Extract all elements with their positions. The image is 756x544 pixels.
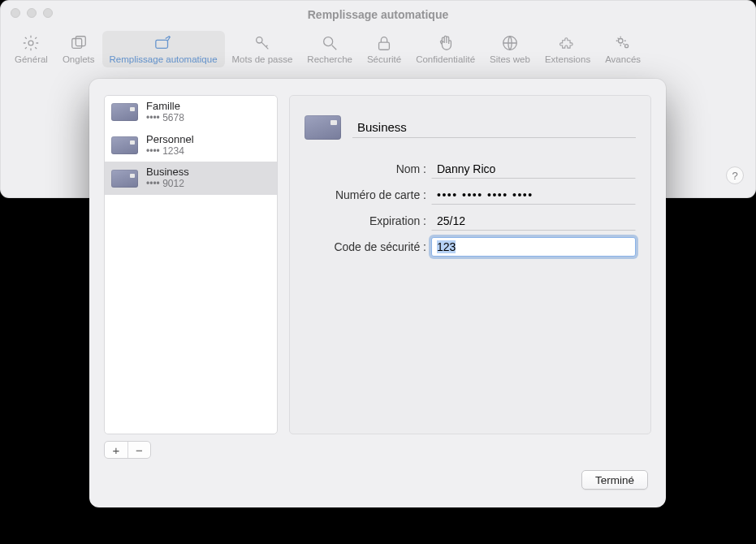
toolbar-label: Recherche bbox=[307, 54, 352, 64]
svg-rect-6 bbox=[379, 42, 390, 50]
card-name: Business bbox=[146, 166, 189, 179]
gears-icon bbox=[614, 34, 632, 52]
card-number-field[interactable] bbox=[431, 185, 636, 205]
credit-card-icon bbox=[111, 103, 138, 121]
toolbar-item-extensions[interactable]: Extensions bbox=[538, 31, 598, 67]
expiration-label: Expiration : bbox=[305, 214, 431, 227]
gear-icon bbox=[22, 34, 40, 52]
toolbar-item-websites[interactable]: Sites web bbox=[482, 31, 538, 67]
svg-rect-1 bbox=[71, 38, 81, 48]
toolbar-label: Remplissage automatique bbox=[110, 54, 218, 64]
security-code-field[interactable] bbox=[431, 237, 636, 257]
card-name: Famille bbox=[146, 101, 184, 113]
credit-card-icon bbox=[111, 170, 138, 188]
preferences-toolbar: Général Onglets Remplissage automatique … bbox=[1, 27, 755, 71]
toolbar-label: Confidentialité bbox=[416, 54, 475, 64]
svg-rect-3 bbox=[156, 40, 168, 48]
toolbar-item-passwords[interactable]: Mots de passe bbox=[225, 31, 300, 67]
toolbar-item-search[interactable]: Recherche bbox=[300, 31, 360, 67]
toolbar-item-privacy[interactable]: Confidentialité bbox=[408, 31, 482, 67]
svg-point-5 bbox=[324, 37, 333, 45]
svg-point-0 bbox=[29, 41, 34, 45]
card-list-item[interactable]: Personnel •••• 1234 bbox=[105, 129, 277, 162]
toolbar-label: Sécurité bbox=[367, 54, 401, 64]
security-code-label: Code de sécurité : bbox=[305, 240, 431, 253]
key-icon bbox=[253, 34, 271, 52]
card-description-field[interactable] bbox=[352, 117, 636, 138]
toolbar-item-autofill[interactable]: Remplissage automatique bbox=[102, 31, 225, 67]
card-detail-pane: Nom : Numéro de carte : Expiration : Cod… bbox=[289, 95, 651, 434]
card-last-digits: •••• 5678 bbox=[146, 113, 184, 124]
expiration-field[interactable] bbox=[431, 211, 636, 231]
search-icon bbox=[321, 34, 339, 52]
toolbar-item-general[interactable]: Général bbox=[7, 31, 55, 67]
svg-point-9 bbox=[625, 44, 629, 47]
toolbar-label: Onglets bbox=[63, 54, 95, 64]
tabs-icon bbox=[70, 34, 88, 52]
toolbar-item-security[interactable]: Sécurité bbox=[360, 31, 408, 67]
card-number-label: Numéro de carte : bbox=[305, 188, 431, 201]
toolbar-item-advanced[interactable]: Avancés bbox=[598, 31, 648, 67]
card-last-digits: •••• 1234 bbox=[146, 146, 194, 158]
puzzle-icon bbox=[559, 34, 577, 52]
window-title: Remplissage automatique bbox=[1, 8, 755, 21]
cardholder-name-field[interactable] bbox=[431, 159, 636, 179]
svg-point-4 bbox=[257, 37, 262, 42]
add-remove-control: + − bbox=[104, 441, 151, 459]
toolbar-label: Avancés bbox=[605, 54, 641, 64]
svg-rect-2 bbox=[76, 36, 85, 45]
svg-point-8 bbox=[619, 38, 624, 43]
toolbar-label: Sites web bbox=[490, 54, 530, 64]
add-card-button[interactable]: + bbox=[105, 442, 127, 458]
toolbar-item-tabs[interactable]: Onglets bbox=[55, 31, 102, 67]
autofill-cards-sheet: Famille •••• 5678 Personnel •••• 1234 Bu… bbox=[89, 79, 666, 507]
done-button[interactable]: Terminé bbox=[581, 470, 648, 490]
help-button[interactable]: ? bbox=[726, 166, 744, 184]
toolbar-label: Général bbox=[15, 54, 48, 64]
credit-card-list[interactable]: Famille •••• 5678 Personnel •••• 1234 Bu… bbox=[104, 95, 278, 434]
credit-card-icon bbox=[111, 136, 138, 154]
credit-card-icon bbox=[305, 115, 341, 140]
card-name: Personnel bbox=[146, 134, 194, 146]
lock-icon bbox=[375, 34, 393, 52]
toolbar-label: Mots de passe bbox=[232, 54, 293, 64]
card-list-item[interactable]: Business •••• 9012 bbox=[105, 162, 277, 195]
hand-icon bbox=[437, 34, 455, 52]
card-list-item[interactable]: Famille •••• 5678 bbox=[105, 96, 277, 129]
globe-icon bbox=[501, 34, 519, 52]
card-last-digits: •••• 9012 bbox=[146, 179, 189, 190]
autofill-icon bbox=[154, 34, 172, 52]
remove-card-button[interactable]: − bbox=[127, 442, 150, 458]
toolbar-label: Extensions bbox=[545, 54, 590, 64]
cardholder-name-label: Nom : bbox=[305, 162, 431, 175]
